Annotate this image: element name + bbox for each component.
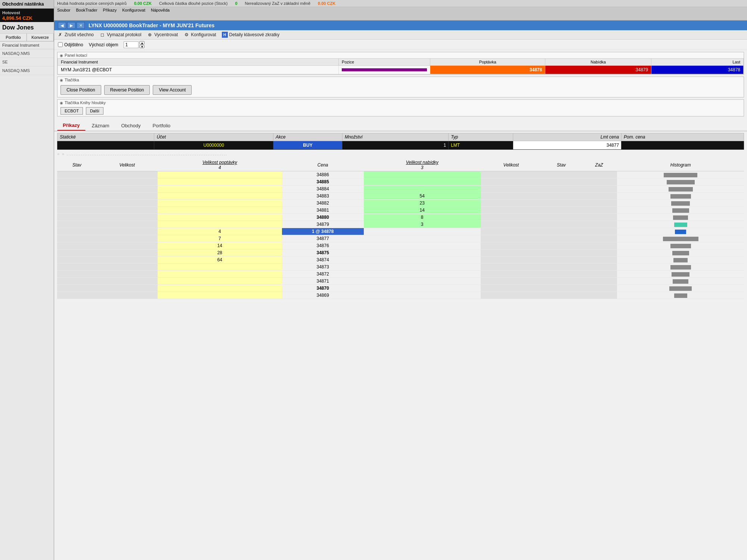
reverse-position-button[interactable]: Reverse Position xyxy=(104,85,150,95)
depth-row[interactable]: 3488114 xyxy=(57,207,744,214)
tab-obchody[interactable]: Obchody xyxy=(116,121,146,131)
depth-cena[interactable]: 34870 xyxy=(282,285,364,292)
depth-row[interactable]: 41 @ 34878 xyxy=(57,228,744,235)
order-col-akce: Akce xyxy=(273,133,342,141)
odjisteno-label: Odjištěno xyxy=(58,42,83,47)
sidebar-item-1[interactable]: NASDAQ.NMS xyxy=(0,49,54,58)
depth-cena[interactable]: 34883 xyxy=(282,193,364,200)
volume-up-btn[interactable]: ▲ xyxy=(139,41,145,44)
depth-stav1 xyxy=(57,207,97,214)
order-col-staticke: Statické xyxy=(58,133,154,141)
toolbar-vymazat[interactable]: ◻ Vymazat protokol xyxy=(99,32,141,38)
view-account-button[interactable]: View Account xyxy=(153,85,192,95)
depth-row[interactable]: 3488354 xyxy=(57,193,744,200)
depth-row[interactable]: 34870 xyxy=(57,285,744,292)
depth-row[interactable]: 734877 xyxy=(57,235,744,242)
depth-row[interactable]: 34873 xyxy=(57,264,744,271)
depth-cena[interactable]: 34886 xyxy=(282,171,364,178)
depth-row[interactable]: 34886 xyxy=(57,171,744,178)
depth-cena[interactable]: 34882 xyxy=(282,200,364,207)
depth-poptavka-size: 28 xyxy=(158,249,282,256)
depth-cena[interactable]: 34877 xyxy=(282,235,364,242)
depth-nabidka-size xyxy=(364,271,481,278)
depth-velikost2 xyxy=(481,214,542,221)
topbar-val2: 0 xyxy=(235,1,237,6)
depth-stav1 xyxy=(57,271,97,278)
tab-prikazy[interactable]: Příkazy xyxy=(57,120,86,131)
vychozi-objem-label: Výchozí objem xyxy=(89,42,118,47)
toolbar-vycentrovat[interactable]: ⊕ Vycentrovat xyxy=(147,32,178,38)
depth-histogram xyxy=(617,200,744,207)
sidebar-item-2[interactable]: SE xyxy=(0,58,54,66)
depth-cena[interactable]: 34879 xyxy=(282,221,364,228)
order-row[interactable]: U0000000 BUY 1 LMT 34877 xyxy=(58,141,744,150)
toolbar-detaily[interactable]: H Detaily klávesové zkratky xyxy=(222,32,280,38)
depth-cena[interactable]: 34874 xyxy=(282,256,364,264)
menu-soubor[interactable]: Soubor xyxy=(57,8,70,12)
sidebar-dow-jones[interactable]: Dow Jones xyxy=(0,22,54,34)
sidebar-balance-value: 4,896.54 CZK xyxy=(2,15,52,21)
depth-ecbot-button[interactable]: ECBOT xyxy=(61,107,83,115)
nav-back-btn[interactable]: ◀ xyxy=(58,22,66,29)
order-col-ucet: Účet xyxy=(154,133,273,141)
depth-stav2 xyxy=(542,285,581,292)
depth-row[interactable]: 1434876 xyxy=(57,242,744,249)
volume-input[interactable] xyxy=(124,41,139,48)
toolbar-konfigurovat[interactable]: ⚙ Konfigurovat xyxy=(183,32,216,38)
depth-cena[interactable]: 34872 xyxy=(282,271,364,278)
depth-row[interactable]: 6434874 xyxy=(57,256,744,264)
depth-row[interactable]: 348808 xyxy=(57,214,744,221)
depth-cena[interactable]: 34880 xyxy=(282,214,364,221)
odjisteno-checkbox[interactable] xyxy=(58,42,63,47)
depth-poptavka-size xyxy=(158,221,282,228)
tab-portfolio[interactable]: Portfolio xyxy=(147,121,176,131)
depth-velikost1 xyxy=(97,186,158,193)
depth-row[interactable]: 348793 xyxy=(57,221,744,228)
topbar-val1: 0.00 CZK xyxy=(134,1,152,6)
depth-row[interactable]: 34869 xyxy=(57,292,744,299)
depth-cena[interactable]: 34869 xyxy=(282,292,364,299)
depth-cena[interactable]: 34873 xyxy=(282,264,364,271)
depth-row[interactable]: 34884 xyxy=(57,186,744,193)
depth-row[interactable]: 3488223 xyxy=(57,200,744,207)
depth-nabidka-size xyxy=(364,171,481,178)
sidebar-tab-portfolio[interactable]: Portfolio xyxy=(0,34,27,41)
nav-forward-btn[interactable]: ▶ xyxy=(67,22,75,29)
depth-row[interactable]: 34885 xyxy=(57,178,744,186)
depth-histogram xyxy=(617,271,744,278)
depth-cena[interactable]: 34875 xyxy=(282,249,364,256)
menu-prikazy[interactable]: Příkazy xyxy=(103,8,117,12)
depth-stav2 xyxy=(542,292,581,299)
tab-zaznam[interactable]: Záznam xyxy=(86,121,115,131)
depth-cena[interactable]: 34871 xyxy=(282,278,364,285)
depth-velikost2 xyxy=(481,278,542,285)
depth-row[interactable]: 34872 xyxy=(57,271,744,278)
depth-th-velikost1: Velikost xyxy=(97,159,158,171)
depth-histogram xyxy=(617,235,744,242)
nav-close-btn[interactable]: ✕ xyxy=(77,22,85,29)
kotaci-ask: 34879 xyxy=(545,66,651,74)
menu-booktrader[interactable]: BookTrader xyxy=(76,8,97,12)
depth-stav1 xyxy=(57,193,97,200)
depth-row[interactable]: 34871 xyxy=(57,278,744,285)
depth-row[interactable]: 2834875 xyxy=(57,249,744,256)
volume-down-btn[interactable]: ▼ xyxy=(139,45,145,48)
menu-napoveda[interactable]: Nápověda xyxy=(151,8,170,12)
depth-cena[interactable]: 34885 xyxy=(282,178,364,186)
depth-velikost1 xyxy=(97,178,158,186)
menu-konfigurovat[interactable]: Konfigurovat xyxy=(122,8,145,12)
depth-histogram xyxy=(617,171,744,178)
panel-kotaci: Panel kotací Financial Instrument Pozice… xyxy=(57,52,744,75)
depth-stav1 xyxy=(57,228,97,235)
depth-poptavka-size: 64 xyxy=(158,256,282,264)
sidebar-tab-konverze[interactable]: Konverze xyxy=(27,34,54,41)
depth-zaz xyxy=(581,242,617,249)
sidebar-item-3[interactable]: NASDAQ.NMS xyxy=(0,66,54,75)
depth-cena[interactable]: 34881 xyxy=(282,207,364,214)
depth-dalsi-button[interactable]: Další xyxy=(86,107,103,115)
depth-cena[interactable]: 34884 xyxy=(282,186,364,193)
depth-cena[interactable]: 34876 xyxy=(282,242,364,249)
close-position-button[interactable]: Close Position xyxy=(61,85,101,95)
depth-cena[interactable]: 1 @ 34878 xyxy=(282,228,364,235)
toolbar-zrusit[interactable]: ✗ Zrušit všechno xyxy=(57,32,94,38)
